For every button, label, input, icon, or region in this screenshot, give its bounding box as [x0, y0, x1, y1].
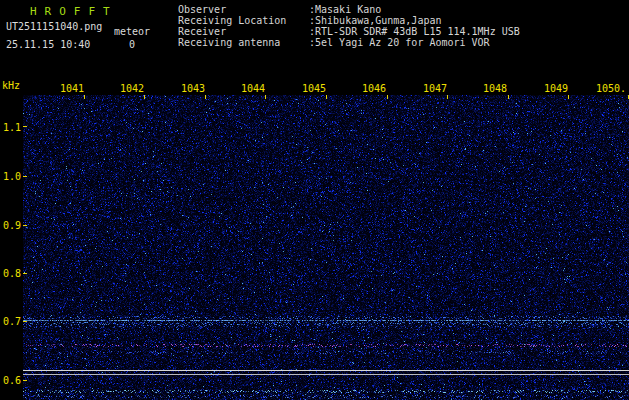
x-tick-label: 1047 [423, 83, 447, 94]
info-value: 5el Yagi Az 20 for Aomori VOR [315, 37, 490, 48]
x-tick-label: 1041 [60, 83, 84, 94]
info-label: Receiving Location [178, 15, 309, 26]
y-axis-unit-label: kHz [2, 80, 20, 91]
y-tick-label: 0.9 [3, 220, 21, 231]
y-tick-label: 1.0 [3, 171, 21, 182]
info-label: Observer [178, 4, 309, 15]
y-tick-label: 0.7 [3, 316, 21, 327]
x-tick-label: 1046 [362, 83, 386, 94]
output-filename: UT2511151040.png [6, 21, 102, 32]
info-label: Receiving antenna [178, 37, 309, 48]
x-tick-label: 1049 [544, 83, 568, 94]
y-tick-label: 1.1 [3, 122, 21, 133]
x-tick-label: 1048 [483, 83, 507, 94]
observation-mode-label: meteor [114, 26, 150, 37]
x-tick-label: 1042 [120, 83, 144, 94]
y-tick-label: 0.8 [3, 268, 21, 279]
spectrogram-canvas [23, 95, 629, 400]
info-label: Receiver [178, 26, 309, 37]
info-row-antenna: Receiving antenna:5el Yagi Az 20 for Aom… [178, 37, 520, 48]
hrofft-screen: HROFFT UT2511151040.png meteor 25.11.15 … [0, 0, 629, 400]
info-value: Shibukawa,Gunma,Japan [315, 15, 441, 26]
echo-count: 0 [129, 39, 135, 50]
station-info: Observer:Masaki Kano Receiving Location:… [178, 4, 520, 48]
x-tick-label: 1050. [596, 83, 626, 94]
x-tick-label: 1045 [302, 83, 326, 94]
info-row-receiver: Receiver:RTL-SDR SDR# 43dB L15 114.1MHz … [178, 26, 520, 37]
info-row-observer: Observer:Masaki Kano [178, 4, 520, 15]
y-tick-label: 0.6 [3, 375, 21, 386]
info-value: RTL-SDR SDR# 43dB L15 114.1MHz USB [315, 26, 520, 37]
info-row-location: Receiving Location:Shibukawa,Gunma,Japan [178, 15, 520, 26]
info-value: Masaki Kano [315, 4, 381, 15]
timestamp: 25.11.15 10:40 [6, 39, 90, 50]
x-tick-label: 1043 [181, 83, 205, 94]
app-title: HROFFT [30, 5, 118, 18]
x-tick-label: 1044 [241, 83, 265, 94]
